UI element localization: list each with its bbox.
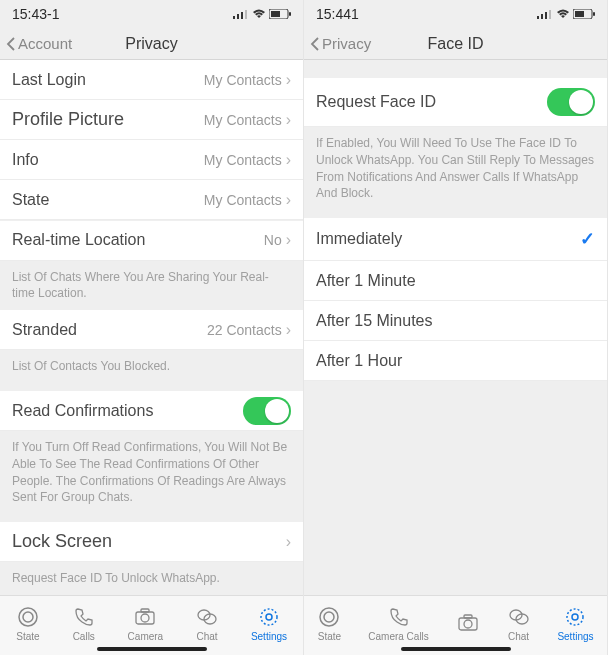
tab-settings[interactable]: Settings: [251, 605, 287, 642]
svg-rect-5: [271, 11, 280, 17]
phone-icon: [387, 605, 411, 629]
tab-label: Camera: [128, 631, 164, 642]
chevron-left-icon: [310, 36, 320, 52]
svg-point-7: [19, 608, 37, 626]
row-last-login[interactable]: Last Login My Contacts›: [0, 60, 303, 100]
row-info[interactable]: Info My Contacts›: [0, 140, 303, 180]
row-realtime-location[interactable]: Real-time Location No›: [0, 221, 303, 261]
svg-rect-16: [537, 16, 539, 19]
wifi-icon: [556, 9, 570, 19]
tab-camera[interactable]: [456, 611, 480, 637]
svg-rect-19: [549, 10, 551, 19]
home-indicator: [401, 647, 511, 651]
status-bar: 15:441: [304, 0, 607, 28]
chat-icon: [195, 605, 219, 629]
row-value: My Contacts›: [204, 111, 291, 129]
chevron-right-icon: ›: [286, 191, 291, 209]
tab-chat[interactable]: Chat: [195, 605, 219, 642]
lock-screen-desc: Request Face ID To Unlock WhatsApp.: [0, 562, 303, 595]
row-label: After 1 Hour: [316, 352, 402, 370]
home-indicator: [97, 647, 207, 651]
content: Last Login My Contacts› Profile Picture …: [0, 60, 303, 595]
row-label: Profile Picture: [12, 109, 124, 130]
tab-state[interactable]: State: [317, 605, 341, 642]
tab-chat[interactable]: Chat: [507, 605, 531, 642]
tab-label: Camera Calls: [368, 631, 429, 642]
row-read-confirmations: Read Confirmations: [0, 391, 303, 431]
chevron-right-icon: ›: [286, 321, 291, 339]
signal-icon: [233, 9, 249, 19]
chevron-left-icon: [6, 36, 16, 52]
phone-icon: [72, 605, 96, 629]
tab-bar: State Calls Camera Chat Settings: [0, 595, 303, 655]
row-stranded[interactable]: Stranded 22 Contacts›: [0, 310, 303, 350]
row-lock-screen[interactable]: Lock Screen ›: [0, 522, 303, 562]
nav-title: Privacy: [125, 35, 177, 53]
state-icon: [16, 605, 40, 629]
row-label: State: [12, 191, 49, 209]
privacy-screen: 15:43-1 Account Privacy Last Login My Co…: [0, 0, 304, 655]
svg-rect-17: [541, 14, 543, 19]
nav-title: Face ID: [427, 35, 483, 53]
content: Request Face ID If Enabled, You Will Nee…: [304, 60, 607, 595]
svg-point-30: [572, 614, 578, 620]
tab-calls[interactable]: Calls: [72, 605, 96, 642]
request-faceid-desc: If Enabled, You Will Need To Use The Fac…: [304, 127, 607, 218]
svg-rect-0: [233, 16, 235, 19]
svg-rect-27: [464, 615, 472, 618]
chevron-right-icon: ›: [286, 111, 291, 129]
svg-rect-11: [141, 609, 149, 612]
row-label: Read Confirmations: [12, 402, 153, 420]
tab-settings[interactable]: Settings: [557, 605, 593, 642]
row-after-1-minute[interactable]: After 1 Minute: [304, 261, 607, 301]
read-confirmations-toggle[interactable]: [243, 397, 291, 425]
check-icon: ✓: [580, 228, 595, 250]
row-request-faceid: Request Face ID: [304, 78, 607, 127]
row-value: My Contacts›: [204, 151, 291, 169]
svg-point-8: [23, 612, 33, 622]
svg-rect-2: [241, 12, 243, 19]
row-profile-picture[interactable]: Profile Picture My Contacts›: [0, 100, 303, 140]
row-label: Immediately: [316, 230, 402, 248]
chevron-right-icon: ›: [286, 533, 291, 551]
row-label: Last Login: [12, 71, 86, 89]
svg-point-31: [567, 609, 583, 625]
chevron-right-icon: ›: [286, 151, 291, 169]
tab-camera[interactable]: Camera: [128, 605, 164, 642]
svg-rect-6: [289, 12, 291, 16]
svg-point-14: [266, 614, 272, 620]
row-value: My Contacts›: [204, 191, 291, 209]
row-value: No›: [264, 231, 291, 249]
state-icon: [317, 605, 341, 629]
tab-calls[interactable]: Camera Calls: [368, 605, 429, 642]
status-time: 15:43-1: [12, 6, 59, 22]
row-after-1-hour[interactable]: After 1 Hour: [304, 341, 607, 381]
chevron-right-icon: ›: [286, 231, 291, 249]
row-label: Info: [12, 151, 39, 169]
tab-state[interactable]: State: [16, 605, 40, 642]
back-button[interactable]: Account: [6, 35, 72, 52]
tab-label: State: [318, 631, 341, 642]
svg-point-23: [320, 608, 338, 626]
row-state[interactable]: State My Contacts›: [0, 180, 303, 220]
chevron-right-icon: ›: [286, 71, 291, 89]
row-immediately[interactable]: Immediately ✓: [304, 218, 607, 261]
row-label: Request Face ID: [316, 93, 436, 111]
battery-icon: [573, 9, 595, 19]
row-label: After 1 Minute: [316, 272, 416, 290]
tab-label: Chat: [196, 631, 217, 642]
faceid-screen: 15:441 Privacy Face ID Request Face ID: [304, 0, 608, 655]
back-label: Account: [18, 35, 72, 52]
row-after-15-minutes[interactable]: After 15 Minutes: [304, 301, 607, 341]
row-value: 22 Contacts›: [207, 321, 291, 339]
stranded-desc: List Of Contacts You Blocked.: [0, 350, 303, 391]
status-bar: 15:43-1: [0, 0, 303, 28]
svg-rect-21: [575, 11, 584, 17]
wifi-icon: [252, 9, 266, 19]
request-faceid-toggle[interactable]: [547, 88, 595, 116]
row-label: Lock Screen: [12, 531, 112, 552]
realtime-desc: List Of Chats Where You Are Sharing Your…: [0, 261, 303, 311]
back-button[interactable]: Privacy: [310, 35, 371, 52]
battery-icon: [269, 9, 291, 19]
status-time: 15:441: [316, 6, 359, 22]
